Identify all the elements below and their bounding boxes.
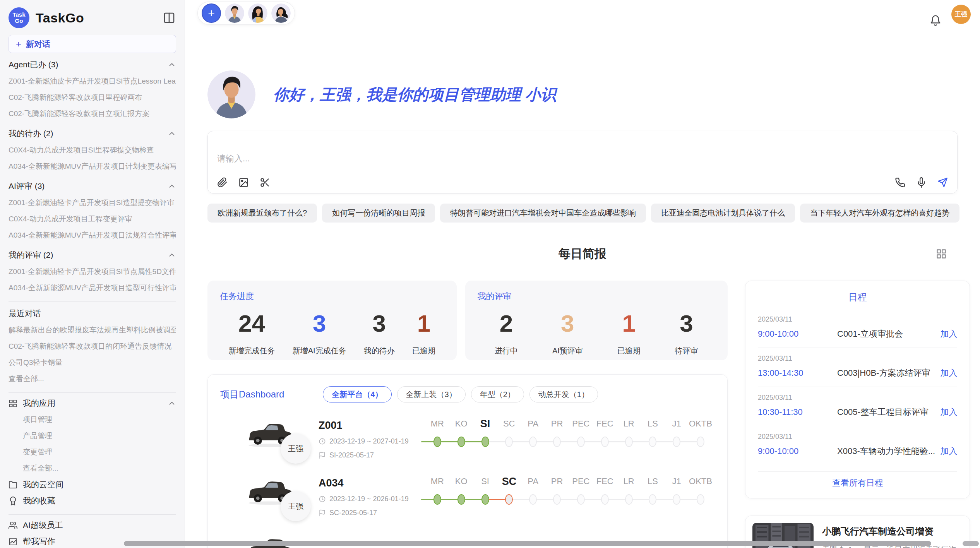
app-item[interactable]: 查看全部... [9,460,176,476]
milestone-dot [505,494,513,505]
bell-icon[interactable] [930,15,941,26]
stat: 3 AI预评审 [552,311,583,356]
sidebar-item-favorites[interactable]: 我的收藏 [9,493,176,509]
new-chat-button[interactable]: + 新对话 [9,35,176,53]
conversation-item[interactable]: A034-全新新能源MUV产品开发项目造型可行性评审 [9,280,176,296]
contact-avatar-3[interactable] [271,3,291,23]
grid-icon [9,399,17,408]
milestone-dot [529,437,537,447]
clock-icon [319,438,326,445]
stat-value: 1 [622,311,635,336]
milestone-label: PA [528,416,538,432]
milestone-label: J1 [672,416,681,432]
join-link[interactable]: 加入 [940,406,957,418]
sidebar-section-my-review[interactable]: 我的评审 (2) [9,247,176,264]
conversation-item[interactable]: C02-飞腾新能源轻客改款项目里程碑画布 [9,89,176,106]
app-item[interactable]: 项目管理 [9,411,176,428]
sidebar-collapse-icon[interactable] [163,12,175,24]
section-label: 我的待办 (2) [9,128,53,139]
conversation-item[interactable]: 公司Q3轻卡销量 [9,354,176,371]
avatar-man-icon [225,3,244,23]
milestone-dot [457,437,465,447]
image-icon[interactable] [238,177,249,188]
greeting-text: 你好，王强，我是你的项目管理助理 小识 [273,84,556,105]
chevron-up-icon [168,129,176,138]
sidebar-item-ai-employee[interactable]: AI超级员工 [9,517,176,533]
project-row[interactable]: 王强 A034 2023-12-19 ~ 2026-01-19 SC-2025-… [220,473,715,517]
suggestion-chip[interactable]: 比亚迪全固态电池计划具体说了什么 [651,204,795,223]
milestone-label: LR [623,473,634,490]
sidebar: Task Go TaskGo + 新对话 Agent已办 (3) Z001-全新… [0,0,185,548]
user-avatar[interactable]: 王强 [951,5,971,24]
conversation-item[interactable]: A034-全新新能源MUV产品开发项目法规符合性评审 [9,227,176,243]
schedule-event-title: C001-立项审批会 [837,328,940,340]
join-link[interactable]: 加入 [940,445,957,457]
horizontal-scrollbar-end[interactable] [963,541,979,546]
milestone-label: PA [528,473,538,490]
sidebar-section-ai-review[interactable]: AI评审 (3) [9,178,176,195]
paperclip-icon[interactable] [217,177,228,188]
layout-grid-icon[interactable] [936,248,947,259]
add-contact-button[interactable]: + [202,3,221,23]
dashboard-tab[interactable]: 动总开发（1） [529,386,598,402]
milestone-label: MR [431,416,444,432]
schedule-item-row: 10:30-11:30 C005-整车工程目标评审 加入 [758,406,957,418]
milestone-dot [697,494,704,505]
join-link[interactable]: 加入 [940,328,957,340]
milestone-dot [577,437,585,447]
milestone-dot [481,494,489,505]
conversation-item[interactable]: Z001-全新燃油皮卡产品开发项目SI节点Lesson Learn报告 [9,73,176,89]
join-link[interactable]: 加入 [940,367,957,379]
send-icon[interactable] [937,177,948,188]
image-icon [9,537,17,546]
briefing-title: 每日简报 [559,246,607,262]
dashboard-tab[interactable]: 全新平台（4） [323,386,391,402]
milestone-label: PR [551,473,563,490]
conversation-item[interactable]: A034-全新新能源MUV产品开发项目计划变更表编写 [9,158,176,175]
phone-icon[interactable] [895,177,905,188]
conversation-item[interactable]: C0X4-动力总成开发项目SI里程碑提交物检查 [9,142,176,158]
conversation-item[interactable]: Z001-全新燃油轻卡产品开发项目SI造型提交物评审 [9,195,176,211]
microphone-icon[interactable] [916,177,927,188]
stat-label: 已逾期 [617,346,641,356]
right-column: 日程 2025/03/11 9:00-10:00 C001-立项审批会 加入 [745,281,970,548]
milestone-dot [433,437,441,447]
composer-tools-right [895,177,948,188]
project-rows: 王强 Z001 2023-12-19 ~ 2027-01-19 SI-2025-… [220,416,715,548]
milestone-label: SI [480,416,490,432]
conversation-item[interactable]: 解释最新出台的欧盟报废车法规再生塑料比例被调至15%... [9,322,176,338]
folder-icon [9,480,17,489]
app-item[interactable]: 变更管理 [9,444,176,460]
horizontal-scrollbar-thumb[interactable] [124,541,931,546]
milestone-dot [697,437,704,447]
sidebar-item-my-apps[interactable]: 我的应用 [9,395,176,411]
contact-avatar-1[interactable] [225,3,244,23]
app-title: TaskGo [36,10,84,26]
suggestion-chip[interactable]: 欧洲新规最近颁布了什么? [207,204,317,223]
stat: 3 待评审 [675,311,698,356]
dashboard-tab[interactable]: 年型（2） [471,386,524,402]
sidebar-item-cloud-space[interactable]: 我的云空间 [9,476,176,493]
schedule-date: 2025/03/11 [758,315,957,324]
sidebar-section-agent-done[interactable]: Agent已办 (3) [9,56,176,73]
recent-items: 解释最新出台的欧盟报废车法规再生塑料比例被调至15%...C02-飞腾新能源轻客… [9,322,176,387]
conversation-item[interactable]: Z001-全新燃油轻卡产品开发项目SI节点属性5D文件评审 [9,264,176,280]
dashboard-tab[interactable]: 全新上装（3） [397,386,466,402]
conversation-item[interactable]: C0X4-动力总成开发项目工程变更评审 [9,211,176,227]
scissors-icon[interactable] [260,177,270,188]
message-input[interactable] [217,153,729,184]
milestone-label: PR [551,416,563,432]
project-row[interactable]: 王强 Z001 2023-12-19 ~ 2027-01-19 SI-2025-… [220,416,715,459]
suggestion-chip[interactable]: 当下年轻人对汽车外观有怎样的喜好趋势 [800,204,959,223]
app-item[interactable]: 产品管理 [9,428,176,444]
sidebar-section-my-todo[interactable]: 我的待办 (2) [9,125,176,142]
conversation-item[interactable]: C02-飞腾新能源轻客改款项目立项汇报方案 [9,106,176,122]
conversation-item[interactable]: C02-飞腾新能源轻客改款项目的闭环通告反馈情况 [9,338,176,354]
conversation-item[interactable]: 查看全部... [9,371,176,387]
suggestion-chip[interactable]: 特朗普可能对进口汽车增税会对中国车企造成哪些影响 [440,204,646,223]
view-all-schedule-link[interactable]: 查看所有日程 [758,471,957,490]
suggestion-chip[interactable]: 如何写一份清晰的项目周报 [322,204,435,223]
stat: 2 进行中 [495,311,518,356]
milestone-label: SC [503,416,515,432]
contact-avatar-2[interactable] [248,3,267,23]
